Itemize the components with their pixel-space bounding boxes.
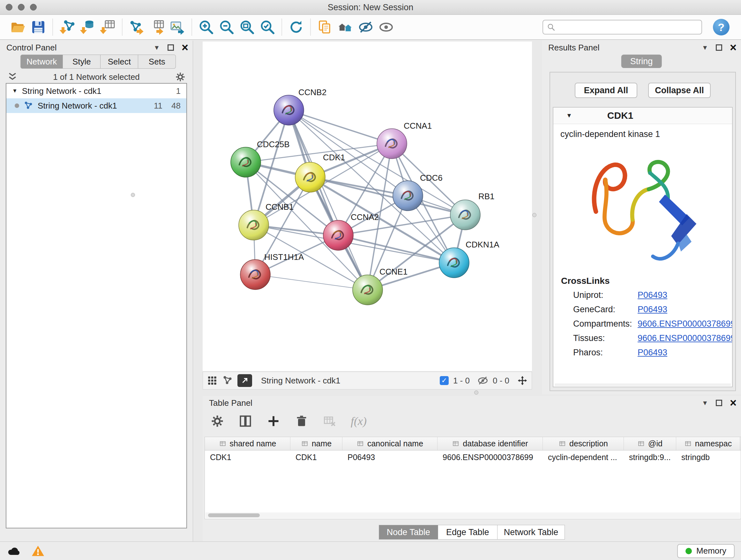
export-table-icon	[149, 19, 165, 35]
refresh-view-button[interactable]	[286, 17, 307, 37]
network-node-CDKN1A[interactable]	[439, 248, 469, 278]
collapse-triangle-icon[interactable]: ▼	[566, 112, 572, 119]
selected-checkbox-icon[interactable]: ✓	[440, 376, 449, 385]
network-node-CDC6[interactable]	[393, 181, 423, 211]
import-network-from-file-button[interactable]	[57, 17, 77, 37]
crosslink-link[interactable]: P06493	[637, 290, 667, 300]
crosslink-link[interactable]: 9606.ENSP00000378699	[637, 319, 733, 329]
network-node-CDK1[interactable]	[295, 162, 325, 192]
column-header-canonical-name[interactable]: canonical name	[342, 437, 437, 450]
tab-node-table[interactable]: Node Table	[379, 525, 438, 540]
panel-float-icon[interactable]	[167, 44, 174, 51]
memory-button[interactable]: Memory	[677, 544, 735, 558]
tab-network-table[interactable]: Network Table	[497, 525, 565, 540]
network-node-RB1[interactable]	[450, 200, 480, 230]
network-graph[interactable]: CCNB2CCNA1CDC25BCDK1CDC6RB1CCNB1CCNA2CDK…	[203, 42, 532, 371]
network-node-HIST1H1A[interactable]	[240, 260, 270, 290]
collapse-all-icon[interactable]	[7, 71, 18, 82]
help-button[interactable]: ?	[713, 19, 730, 36]
network-node-CCNB2[interactable]	[274, 95, 304, 125]
zoom-out-button[interactable]	[216, 17, 237, 37]
network-node-CCNA2[interactable]	[323, 220, 353, 250]
hidden-eye-slash-icon[interactable]	[477, 375, 488, 386]
network-node-CCNB1[interactable]	[239, 210, 269, 240]
tab-style[interactable]: Style	[63, 55, 100, 69]
panel-float-icon[interactable]	[716, 400, 722, 406]
network-canvas[interactable]: CCNB2CCNA1CDC25BCDK1CDC6RB1CCNB1CCNA2CDK…	[203, 42, 532, 371]
panel-collapse-icon[interactable]: ▼	[702, 44, 708, 51]
crosslink-link[interactable]: 9606.ENSP00000378699	[637, 333, 733, 343]
export-table-button[interactable]	[147, 17, 167, 37]
tab-edge-table[interactable]: Edge Table	[438, 525, 497, 540]
search-box[interactable]	[542, 20, 702, 35]
panel-close-icon[interactable]: ×	[182, 44, 188, 51]
delete-column-trash-icon[interactable]	[294, 414, 309, 428]
column-header-database-identifier[interactable]: database identifier	[437, 437, 543, 450]
pan-crosshair-icon[interactable]	[517, 375, 528, 386]
table-row[interactable]: CDK1CDK1P064939606.ENSP00000378699cyclin…	[205, 450, 741, 464]
open-session-button[interactable]	[8, 17, 28, 37]
panel-close-icon[interactable]: ×	[730, 44, 737, 51]
scrollbar-thumb[interactable]	[208, 513, 260, 517]
minimize-window-button[interactable]	[18, 4, 24, 10]
hidden-node-edge-counts: 0 - 0	[493, 376, 509, 386]
tab-string[interactable]: String	[621, 55, 662, 68]
table-settings-gear-icon[interactable]	[210, 414, 224, 428]
collapse-all-button[interactable]: Collapse All	[648, 83, 711, 98]
grid-view-icon[interactable]	[207, 375, 218, 386]
warning-icon[interactable]	[30, 544, 45, 558]
network-node-CDC25B[interactable]	[231, 147, 261, 177]
panel-collapse-icon[interactable]: ▼	[702, 399, 708, 407]
zoom-fit-button[interactable]	[237, 17, 257, 37]
search-input[interactable]	[558, 22, 697, 32]
function-builder-icon[interactable]: f(x)	[351, 415, 367, 428]
column-header-name[interactable]: name	[290, 437, 342, 450]
panel-close-icon[interactable]: ×	[730, 400, 737, 406]
birdseye-view-button[interactable]	[238, 374, 252, 387]
gear-icon[interactable]	[175, 71, 186, 82]
table-header-row: shared namenamecanonical namedatabase id…	[205, 437, 741, 450]
column-label: database identifier	[463, 439, 528, 448]
gene-entry-header[interactable]: ▼ CDK1	[553, 108, 732, 124]
network-node-CCNE1[interactable]	[353, 275, 383, 305]
add-column-icon[interactable]	[266, 414, 280, 428]
horizontal-scrollbar[interactable]	[555, 383, 731, 386]
crosslink-link[interactable]: P06493	[637, 348, 667, 358]
show-all-button[interactable]	[376, 17, 396, 37]
export-image-button[interactable]	[167, 17, 188, 37]
tab-network[interactable]: Network	[20, 55, 63, 69]
tab-sets[interactable]: Sets	[138, 55, 176, 69]
show-columns-icon[interactable]	[239, 414, 253, 428]
panel-collapse-icon[interactable]: ▼	[153, 44, 160, 51]
import-network-from-database-button[interactable]	[77, 17, 98, 37]
network-row-selected[interactable]: String Network - cdk1 11 48	[6, 98, 186, 113]
column-header-description[interactable]: description	[543, 437, 624, 450]
splitter-handle[interactable]	[474, 390, 478, 395]
column-header-shared-name[interactable]: shared name	[205, 437, 290, 450]
network-collection-row[interactable]: ▼ String Network - cdk1 1	[6, 84, 186, 98]
crosslink-link[interactable]: P06493	[637, 305, 667, 314]
close-window-button[interactable]	[6, 4, 12, 10]
hide-selected-button[interactable]	[355, 17, 376, 37]
panel-float-icon[interactable]	[716, 44, 722, 51]
column-header-namespac[interactable]: namespac	[676, 437, 740, 450]
splitter-handle[interactable]	[131, 193, 135, 197]
zoom-in-button[interactable]	[196, 17, 216, 37]
zoom-selected-button[interactable]	[257, 17, 278, 37]
network-node-CCNA1[interactable]	[377, 129, 407, 159]
splitter-handle[interactable]	[532, 213, 536, 217]
horizontal-scrollbar[interactable]	[205, 512, 740, 518]
tab-select[interactable]: Select	[100, 55, 138, 69]
first-neighbors-button[interactable]	[335, 17, 355, 37]
column-label: @id	[648, 439, 663, 448]
copy-view-button[interactable]	[315, 17, 335, 37]
export-network-button[interactable]	[126, 17, 147, 37]
save-session-button[interactable]	[28, 17, 49, 37]
column-header--id[interactable]: @id	[624, 437, 676, 450]
zoom-window-button[interactable]	[30, 4, 37, 10]
cloud-icon[interactable]	[6, 544, 21, 558]
expand-all-button[interactable]: Expand All	[575, 83, 637, 98]
import-table-from-file-button[interactable]	[98, 17, 118, 37]
network-view-icon[interactable]	[222, 375, 233, 386]
expand-triangle-icon[interactable]: ▼	[12, 88, 17, 94]
